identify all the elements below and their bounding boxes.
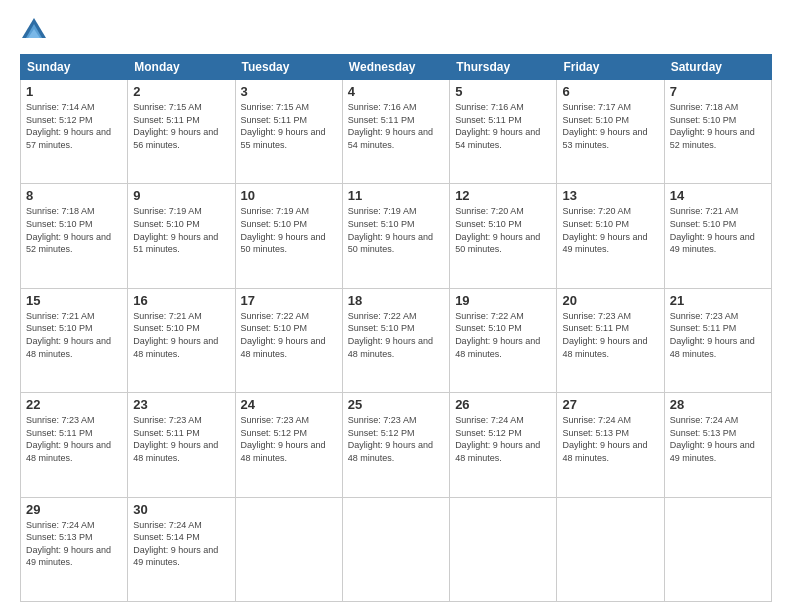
daylight-label: Daylight: 9 hours and 48 minutes. (562, 440, 647, 463)
daylight-label: Daylight: 9 hours and 52 minutes. (26, 232, 111, 255)
calendar-cell: 2Sunrise: 7:15 AMSunset: 5:11 PMDaylight… (128, 80, 235, 184)
sunrise-label: Sunrise: 7:19 AM (133, 206, 202, 216)
calendar-cell: 21Sunrise: 7:23 AMSunset: 5:11 PMDayligh… (664, 288, 771, 392)
day-info: Sunrise: 7:24 AMSunset: 5:13 PMDaylight:… (562, 414, 658, 464)
sunset-label: Sunset: 5:11 PM (133, 428, 200, 438)
calendar-cell: 20Sunrise: 7:23 AMSunset: 5:11 PMDayligh… (557, 288, 664, 392)
day-info: Sunrise: 7:16 AMSunset: 5:11 PMDaylight:… (455, 101, 551, 151)
daylight-label: Daylight: 9 hours and 48 minutes. (348, 336, 433, 359)
calendar-cell (450, 497, 557, 601)
daylight-label: Daylight: 9 hours and 54 minutes. (348, 127, 433, 150)
calendar-cell (342, 497, 449, 601)
calendar-header-saturday: Saturday (664, 55, 771, 80)
day-info: Sunrise: 7:15 AMSunset: 5:11 PMDaylight:… (241, 101, 337, 151)
sunset-label: Sunset: 5:12 PM (241, 428, 308, 438)
calendar-cell: 11Sunrise: 7:19 AMSunset: 5:10 PMDayligh… (342, 184, 449, 288)
sunset-label: Sunset: 5:10 PM (133, 219, 200, 229)
daylight-label: Daylight: 9 hours and 48 minutes. (670, 336, 755, 359)
day-number: 2 (133, 84, 229, 99)
sunrise-label: Sunrise: 7:23 AM (133, 415, 202, 425)
calendar-header-friday: Friday (557, 55, 664, 80)
sunset-label: Sunset: 5:10 PM (348, 323, 415, 333)
sunset-label: Sunset: 5:10 PM (562, 219, 629, 229)
calendar-cell: 27Sunrise: 7:24 AMSunset: 5:13 PMDayligh… (557, 393, 664, 497)
calendar-week-row: 1Sunrise: 7:14 AMSunset: 5:12 PMDaylight… (21, 80, 772, 184)
sunset-label: Sunset: 5:10 PM (455, 323, 522, 333)
day-info: Sunrise: 7:20 AMSunset: 5:10 PMDaylight:… (562, 205, 658, 255)
day-number: 10 (241, 188, 337, 203)
calendar-cell: 9Sunrise: 7:19 AMSunset: 5:10 PMDaylight… (128, 184, 235, 288)
sunset-label: Sunset: 5:11 PM (455, 115, 522, 125)
daylight-label: Daylight: 9 hours and 49 minutes. (670, 440, 755, 463)
sunset-label: Sunset: 5:11 PM (241, 115, 308, 125)
sunset-label: Sunset: 5:11 PM (26, 428, 93, 438)
day-number: 25 (348, 397, 444, 412)
page: SundayMondayTuesdayWednesdayThursdayFrid… (0, 0, 792, 612)
sunrise-label: Sunrise: 7:23 AM (348, 415, 417, 425)
daylight-label: Daylight: 9 hours and 48 minutes. (348, 440, 433, 463)
calendar-header-row: SundayMondayTuesdayWednesdayThursdayFrid… (21, 55, 772, 80)
day-number: 20 (562, 293, 658, 308)
sunrise-label: Sunrise: 7:23 AM (241, 415, 310, 425)
day-info: Sunrise: 7:18 AMSunset: 5:10 PMDaylight:… (26, 205, 122, 255)
sunrise-label: Sunrise: 7:20 AM (562, 206, 631, 216)
sunrise-label: Sunrise: 7:22 AM (455, 311, 524, 321)
sunset-label: Sunset: 5:10 PM (26, 323, 93, 333)
calendar-header-monday: Monday (128, 55, 235, 80)
calendar-cell: 8Sunrise: 7:18 AMSunset: 5:10 PMDaylight… (21, 184, 128, 288)
sunrise-label: Sunrise: 7:21 AM (26, 311, 95, 321)
day-number: 27 (562, 397, 658, 412)
sunset-label: Sunset: 5:10 PM (670, 219, 737, 229)
sunrise-label: Sunrise: 7:21 AM (133, 311, 202, 321)
calendar-cell: 1Sunrise: 7:14 AMSunset: 5:12 PMDaylight… (21, 80, 128, 184)
sunrise-label: Sunrise: 7:21 AM (670, 206, 739, 216)
day-info: Sunrise: 7:23 AMSunset: 5:11 PMDaylight:… (133, 414, 229, 464)
calendar-week-row: 15Sunrise: 7:21 AMSunset: 5:10 PMDayligh… (21, 288, 772, 392)
sunset-label: Sunset: 5:11 PM (562, 323, 629, 333)
sunrise-label: Sunrise: 7:23 AM (562, 311, 631, 321)
day-info: Sunrise: 7:22 AMSunset: 5:10 PMDaylight:… (348, 310, 444, 360)
day-number: 17 (241, 293, 337, 308)
sunset-label: Sunset: 5:10 PM (241, 219, 308, 229)
sunrise-label: Sunrise: 7:17 AM (562, 102, 631, 112)
sunset-label: Sunset: 5:12 PM (348, 428, 415, 438)
sunrise-label: Sunrise: 7:19 AM (241, 206, 310, 216)
day-number: 7 (670, 84, 766, 99)
day-number: 5 (455, 84, 551, 99)
day-number: 6 (562, 84, 658, 99)
calendar-cell: 22Sunrise: 7:23 AMSunset: 5:11 PMDayligh… (21, 393, 128, 497)
day-number: 19 (455, 293, 551, 308)
sunset-label: Sunset: 5:12 PM (455, 428, 522, 438)
day-info: Sunrise: 7:23 AMSunset: 5:11 PMDaylight:… (670, 310, 766, 360)
daylight-label: Daylight: 9 hours and 51 minutes. (133, 232, 218, 255)
calendar-week-row: 29Sunrise: 7:24 AMSunset: 5:13 PMDayligh… (21, 497, 772, 601)
calendar-cell: 7Sunrise: 7:18 AMSunset: 5:10 PMDaylight… (664, 80, 771, 184)
daylight-label: Daylight: 9 hours and 54 minutes. (455, 127, 540, 150)
day-info: Sunrise: 7:20 AMSunset: 5:10 PMDaylight:… (455, 205, 551, 255)
sunset-label: Sunset: 5:10 PM (348, 219, 415, 229)
header (20, 16, 772, 44)
calendar-cell: 5Sunrise: 7:16 AMSunset: 5:11 PMDaylight… (450, 80, 557, 184)
day-number: 1 (26, 84, 122, 99)
sunset-label: Sunset: 5:11 PM (133, 115, 200, 125)
calendar-cell: 30Sunrise: 7:24 AMSunset: 5:14 PMDayligh… (128, 497, 235, 601)
day-number: 30 (133, 502, 229, 517)
day-info: Sunrise: 7:24 AMSunset: 5:12 PMDaylight:… (455, 414, 551, 464)
daylight-label: Daylight: 9 hours and 49 minutes. (670, 232, 755, 255)
daylight-label: Daylight: 9 hours and 48 minutes. (133, 440, 218, 463)
day-info: Sunrise: 7:23 AMSunset: 5:12 PMDaylight:… (241, 414, 337, 464)
daylight-label: Daylight: 9 hours and 57 minutes. (26, 127, 111, 150)
sunset-label: Sunset: 5:10 PM (562, 115, 629, 125)
daylight-label: Daylight: 9 hours and 49 minutes. (26, 545, 111, 568)
calendar-cell: 13Sunrise: 7:20 AMSunset: 5:10 PMDayligh… (557, 184, 664, 288)
day-number: 15 (26, 293, 122, 308)
calendar-cell: 29Sunrise: 7:24 AMSunset: 5:13 PMDayligh… (21, 497, 128, 601)
sunset-label: Sunset: 5:10 PM (133, 323, 200, 333)
sunset-label: Sunset: 5:10 PM (670, 115, 737, 125)
day-info: Sunrise: 7:19 AMSunset: 5:10 PMDaylight:… (348, 205, 444, 255)
calendar-header-tuesday: Tuesday (235, 55, 342, 80)
sunrise-label: Sunrise: 7:24 AM (133, 520, 202, 530)
sunset-label: Sunset: 5:10 PM (26, 219, 93, 229)
calendar-table: SundayMondayTuesdayWednesdayThursdayFrid… (20, 54, 772, 602)
daylight-label: Daylight: 9 hours and 48 minutes. (455, 440, 540, 463)
